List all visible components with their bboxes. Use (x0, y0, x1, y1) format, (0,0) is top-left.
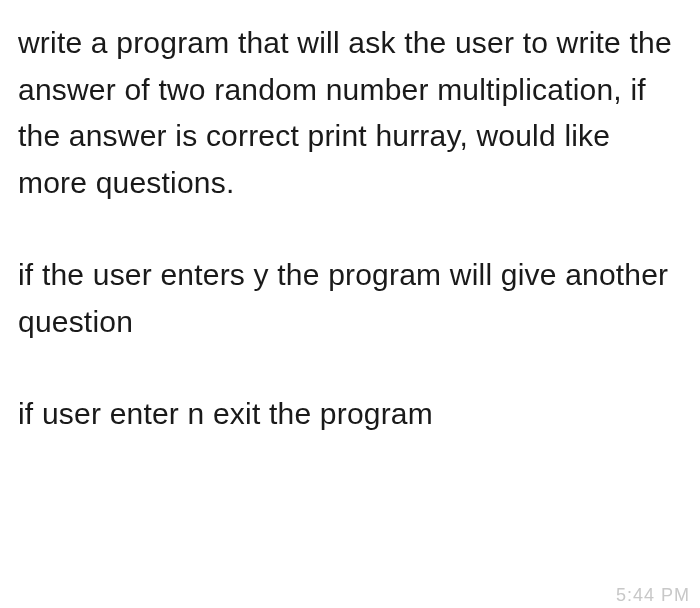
timestamp: 5:44 PM (616, 585, 690, 606)
paragraph-3: if user enter n exit the program (18, 391, 682, 438)
paragraph-1: write a program that will ask the user t… (18, 20, 682, 206)
paragraph-2: if the user enters y the program will gi… (18, 252, 682, 345)
